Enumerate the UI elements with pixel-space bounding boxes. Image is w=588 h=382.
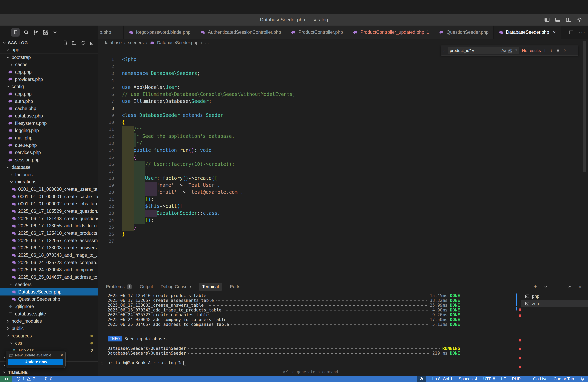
find-next-icon[interactable]: ↓ [550, 48, 552, 53]
code-line[interactable]: 26} [98, 231, 588, 238]
code-line[interactable]: 6// use Illuminate\Database\Console\Seed… [98, 91, 588, 98]
find-previous-icon[interactable]: ↑ [544, 48, 546, 53]
code-line[interactable]: 14public function run(): void [98, 147, 588, 154]
find-input[interactable]: product_id" v Aa ab .* [448, 47, 519, 54]
split-editor-icon[interactable] [568, 30, 574, 35]
tab-QuestionSeeder.php[interactable]: QuestionSeeder.php [434, 26, 494, 39]
zoom-status-icon[interactable] [417, 376, 426, 382]
editor-more-actions-icon[interactable]: ··· [578, 29, 586, 36]
file-item-services.php[interactable]: services.php [0, 149, 98, 156]
panel-tab-terminal[interactable]: Terminal [199, 283, 222, 291]
layout-sidebar-left-icon[interactable] [544, 17, 550, 23]
refresh-explorer-icon[interactable] [81, 40, 86, 46]
file-item-0001_01_01_000001_create_cache_ta...[interactable]: 0001_01_01_000001_create_cache_ta... [0, 193, 98, 200]
folder-item-database[interactable]: database [0, 164, 98, 171]
file-item-app.php[interactable]: app.php [0, 90, 98, 98]
errors-icon[interactable] [16, 376, 21, 381]
search-icon[interactable] [23, 29, 29, 35]
file-item-DatabaseSeeder.php[interactable]: DatabaseSeeder.php [0, 288, 98, 296]
new-terminal-icon[interactable]: + [533, 283, 537, 290]
chevron-down-icon[interactable] [52, 29, 58, 35]
breadcrumb-item[interactable]: database [104, 40, 122, 45]
find-in-selection-icon[interactable]: ≡ [557, 48, 559, 53]
maximize-panel-icon[interactable] [567, 284, 572, 289]
file-item-filesystems.php[interactable]: filesystems.php [0, 120, 98, 127]
file-item-2025_06_24_025723_create_compan...[interactable]: 2025_06_24_025723_create_compan... [0, 259, 98, 266]
explorer-header[interactable]: SAS-LOG [0, 39, 98, 46]
code-line[interactable]: 8 [98, 105, 588, 112]
terminal-scroll-decoration[interactable] [516, 307, 517, 310]
code-line[interactable]: 11/** [98, 126, 588, 133]
tab-AuthenticatedSessionController.php[interactable]: AuthenticatedSessionController.php [195, 26, 286, 39]
file-item-logging.php[interactable]: logging.php [0, 127, 98, 134]
folder-item-css[interactable]: css [0, 340, 98, 347]
panel-tab-ports[interactable]: Ports [230, 284, 240, 289]
file-item-app.php[interactable]: app.php [0, 68, 98, 76]
breadcrumb[interactable]: database›seeders›DatabaseSeeder.php›… [98, 39, 588, 46]
file-item-providers.php[interactable]: providers.php [0, 76, 98, 83]
code-line[interactable]: 27 [98, 238, 588, 245]
code-line[interactable]: 21]); [98, 196, 588, 203]
panel-tab-output[interactable]: Output [140, 284, 153, 289]
close-panel-icon[interactable]: × [578, 284, 582, 290]
error-count[interactable]: 1 [22, 376, 25, 381]
warnings-icon[interactable] [26, 376, 31, 381]
code-line[interactable]: 22$this->call([ [98, 203, 588, 210]
file-item-2025_06_17_105529_create_question...[interactable]: 2025_06_17_105529_create_question... [0, 208, 98, 215]
terminal-dropdown-icon[interactable] [543, 284, 548, 289]
update-now-button[interactable]: Update now [8, 359, 63, 365]
file-item-database.sqlite[interactable]: database.sqlite [0, 310, 98, 318]
code-line[interactable]: 13*/ [98, 140, 588, 147]
title-bar[interactable]: DatabaseSeeder.php — sas-log [0, 14, 588, 26]
status-item-cursor-tab[interactable]: Cursor Tab [554, 376, 574, 381]
collapse-folders-icon[interactable] [90, 40, 95, 46]
file-item-mail.php[interactable]: mail.php [0, 134, 98, 142]
file-item-2025_06_17_133003_create_answers_...[interactable]: 2025_06_17_133003_create_answers_... [0, 244, 98, 252]
match-case-toggle[interactable]: Aa [502, 48, 506, 53]
code-line[interactable]: 2 [98, 63, 588, 70]
code-line[interactable]: 9class DatabaseSeeder extends Seeder [98, 112, 588, 119]
file-item-queue.php[interactable]: queue.php [0, 142, 98, 149]
file-item-.gitignore[interactable]: .gitignore [0, 303, 98, 310]
folder-item-cache[interactable]: cache [0, 61, 98, 68]
source-control-icon[interactable] [33, 29, 39, 35]
more-actions-icon[interactable]: ··· [554, 284, 561, 290]
folder-item-config[interactable]: config [0, 83, 98, 90]
code-line[interactable]: 4 [98, 77, 588, 84]
code-line[interactable]: 3namespace Database\Seeders; [98, 70, 588, 77]
status-item-ln-8-col-1[interactable]: Ln 8, Col 1 [432, 376, 453, 381]
code-line[interactable]: 17 [98, 168, 588, 175]
panel-tab-problems[interactable]: Problems8 [106, 284, 132, 289]
close-notification-icon[interactable]: × [61, 353, 63, 357]
folder-item-seeders[interactable]: seeders [0, 281, 98, 288]
code-editor[interactable]: 1<?php23namespace Database\Seeders;45use… [98, 56, 588, 245]
code-line[interactable]: 18User::factory()->create([ [98, 175, 588, 182]
file-item-2025_06_18_070343_add_image_to_...[interactable]: 2025_06_18_070343_add_image_to_... [0, 251, 98, 259]
terminal-prompt[interactable]: ○aritach@MacBook-Air sas-log % [108, 361, 460, 365]
code-line[interactable]: 24]); [98, 217, 588, 224]
file-item-2025_06_17_125410_create_products...[interactable]: 2025_06_17_125410_create_products... [0, 229, 98, 237]
code-line[interactable]: 23QuestionSeeder::class, [98, 210, 588, 217]
code-line[interactable]: 16// User::factory(10)->create(); [98, 161, 588, 168]
status-item-php[interactable]: PHP [512, 376, 521, 381]
folder-item-resources[interactable]: resources [0, 332, 98, 340]
new-folder-icon[interactable] [72, 40, 77, 46]
shell-item-zsh[interactable]: zsh [521, 300, 588, 307]
folder-item-public[interactable]: public [0, 325, 98, 332]
file-item-2025_06_17_121443_create_questions...[interactable]: 2025_06_17_121443_create_questions... [0, 215, 98, 222]
new-file-icon[interactable] [63, 40, 68, 46]
tab-forgot-password.blade.php[interactable]: forgot-password.blade.php [124, 26, 195, 39]
breadcrumb-item[interactable]: DatabaseSeeder.php [157, 40, 198, 45]
timeline-pane[interactable]: TIMELINE [0, 369, 98, 376]
folder-item-node_modules[interactable]: node_modules [0, 317, 98, 325]
file-item-session.php[interactable]: session.php [0, 156, 98, 164]
extensions-grid-icon[interactable] [42, 29, 48, 35]
terminal-output[interactable]: 2025_06_17_125410_create_products_table1… [108, 293, 460, 365]
find-expand-icon[interactable]: › [443, 48, 445, 53]
file-item-QuestionSeeder.php[interactable]: QuestionSeeder.php [0, 295, 98, 303]
whole-word-toggle[interactable]: ab [508, 48, 512, 53]
code-line[interactable]: 7use Illuminate\Database\Seeder; [98, 98, 588, 105]
status-item-utf-8[interactable]: UTF-8 [483, 376, 495, 381]
status-item-lf[interactable]: LF [501, 376, 506, 381]
code-line[interactable]: 10{ [98, 119, 588, 126]
